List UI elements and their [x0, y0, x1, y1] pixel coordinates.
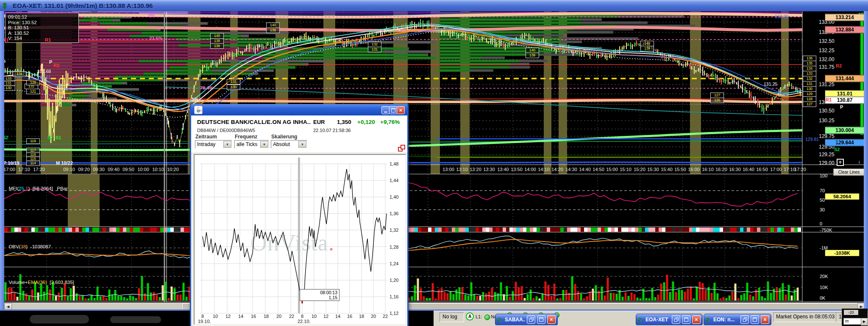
annotation-value: 1,15	[302, 295, 337, 300]
volume-study-label: Volume+EMA(36) [3,603,835]	[6, 270, 74, 285]
chart-h-scrollbar[interactable]: ◀ 9h9m ▶	[4, 303, 865, 310]
label-part: EMA(36)	[28, 280, 47, 285]
l1-label: L1:	[476, 314, 482, 319]
maximize-button[interactable]	[682, 315, 690, 324]
close-button[interactable]: ×	[547, 315, 556, 324]
minimize-icon	[384, 112, 387, 112]
label-part: 25	[19, 186, 24, 191]
maximize-button[interactable]	[751, 315, 759, 324]
popup-close-button[interactable]: ×	[397, 106, 405, 114]
zero-marker-box: 0	[837, 159, 844, 166]
svg-text:$: $	[498, 317, 501, 323]
selected-value: Absolut	[273, 141, 290, 147]
wkn-isin: DB846W / DE000DB846W5	[197, 128, 255, 133]
java-app-icon	[194, 106, 203, 114]
info-line: V: 154	[8, 36, 76, 41]
label-part: Volume+	[8, 280, 28, 285]
window-title: EOA-XET	[645, 317, 670, 323]
zeitraum-select[interactable]: Intraday ▼	[195, 140, 232, 149]
skalierung-label: Skalierung	[271, 134, 297, 140]
app-icon: $	[2, 1, 10, 10]
maximize-button[interactable]	[537, 315, 545, 324]
minimized-window-eon[interactable]: $ EON: n... ×	[704, 314, 771, 325]
info-line: 09:01:12	[8, 14, 76, 20]
window-title: EON: n...	[713, 317, 739, 323]
dropdown-arrow-icon[interactable]: ▼	[223, 141, 231, 148]
label-part: PBar	[53, 186, 68, 191]
info-line: Price: 130.52	[8, 20, 76, 25]
corner-scale-label: -20	[844, 310, 858, 315]
popup-quote-header: DEUTSCHE BANK/CALL/E.ON AG INHA.. EUR 1,…	[191, 115, 407, 153]
label-part: )	[26, 244, 30, 249]
status-dot-icon	[484, 315, 490, 320]
minimized-window-eoa-xet[interactable]: $ EOA-XET ×	[636, 314, 703, 325]
quote-popup-window[interactable]: × DEUTSCHE BANK/CALL/E.ON AG INHA.. EUR …	[190, 104, 409, 326]
restore-icon	[529, 318, 533, 321]
restore-button[interactable]	[527, 315, 535, 324]
frequenz-select[interactable]: alle Ticks ▼	[234, 140, 269, 149]
minimized-window-sabaa[interactable]: $ SABAA... ×	[495, 314, 558, 325]
restore-button[interactable]	[672, 315, 680, 324]
selected-value: Intraday	[197, 141, 215, 147]
clear-lines-button[interactable]: Clear Lines	[833, 169, 865, 176]
app-icon: $	[497, 316, 503, 323]
maximize-icon	[539, 318, 543, 322]
popup-minimize-button[interactable]	[381, 106, 389, 114]
maximize-icon	[753, 318, 757, 322]
last-price: 1,350	[337, 119, 351, 125]
market-status: Market Opens in 08:05:03	[773, 312, 841, 322]
main-chart-canvas[interactable]	[0, 0, 868, 326]
label-part: -1038087	[31, 244, 51, 249]
info-line: A: 130.52	[8, 31, 76, 36]
change-absolute: +0,120	[357, 119, 375, 125]
mfi-study-label: MFI(25,1) [58.2064] PBar	[6, 176, 68, 191]
quote-info-box: 09:01:12Price: 130.52B: 130.51A: 130.52V…	[5, 13, 79, 43]
maximize-icon	[391, 108, 395, 112]
quote-timestamp: 22.10.07 21:58:36	[313, 128, 351, 133]
dropdown-arrow-icon[interactable]: ▼	[298, 141, 306, 148]
restore-icon	[743, 318, 747, 321]
currency: EUR	[313, 119, 325, 125]
change-percent: +9,76%	[380, 119, 400, 125]
skalierung-select[interactable]: Absolut ▼	[271, 140, 307, 149]
svg-text:$: $	[638, 317, 642, 323]
label-part: OBV(	[8, 244, 20, 249]
scale-up-arrow-icon[interactable]: ↑	[858, 11, 860, 17]
svg-text:$: $	[3, 2, 7, 9]
window-titlebar[interactable]: $ EOA-XET: 131.01 (9h9m/1m) B:130.88 A:1…	[0, 0, 868, 11]
trading-terminal-screen: $ EOA-XET: 131.01 (9h9m/1m) B:130.88 A:1…	[0, 0, 868, 326]
scale-down-arrow-icon[interactable]: ↓	[858, 159, 860, 165]
label-part: [58.2064]	[33, 186, 53, 191]
frequenz-label: Frequenz	[235, 134, 257, 140]
low-annotation-box: 08:00:13 1,15	[300, 289, 339, 301]
corner-scroll-arrow[interactable]: ▶	[861, 318, 868, 326]
connection-a-icon: A	[466, 312, 474, 320]
obv-study-label: OBV(38) -1038087	[6, 234, 51, 249]
window-border-left	[0, 11, 4, 309]
selected-value: alle Ticks	[236, 141, 257, 147]
restore-button[interactable]	[740, 315, 749, 324]
obv-value-badge: -1038K	[825, 250, 860, 256]
corner-scroll-field[interactable]: m	[843, 318, 862, 325]
window-title: EOA-XET: 131.01 (9h9m/1m) B:130.88 A:130…	[13, 2, 153, 9]
popup-chart-canvas[interactable]	[195, 157, 389, 324]
window-title: SABAA...	[505, 317, 525, 323]
popup-titlebar[interactable]: ×	[191, 104, 407, 116]
label-part: MFI(	[8, 186, 19, 191]
annotation-time: 08:00:13	[302, 290, 337, 295]
instrument-name: DEUTSCHE BANK/CALL/E.ON AG INHA..	[197, 119, 311, 125]
background-window-corner: -20 m ▶	[842, 309, 868, 326]
export-icon[interactable]	[398, 145, 404, 151]
svg-text:$: $	[706, 317, 709, 323]
label-part: )	[28, 186, 32, 191]
taskbar: No log A L1: New Market Opens in 08:05:0…	[0, 311, 868, 326]
no-log-field[interactable]: No log	[440, 312, 464, 322]
maximize-icon	[684, 318, 688, 322]
restore-icon	[674, 318, 678, 321]
close-button[interactable]: ×	[761, 315, 769, 324]
label-part: [3,603,835]	[47, 280, 74, 285]
close-button[interactable]: ×	[692, 315, 701, 324]
dropdown-arrow-icon[interactable]: ▼	[260, 141, 268, 148]
popup-maximize-button[interactable]	[389, 106, 397, 114]
zeitraum-label: Zeitraum	[195, 134, 217, 140]
